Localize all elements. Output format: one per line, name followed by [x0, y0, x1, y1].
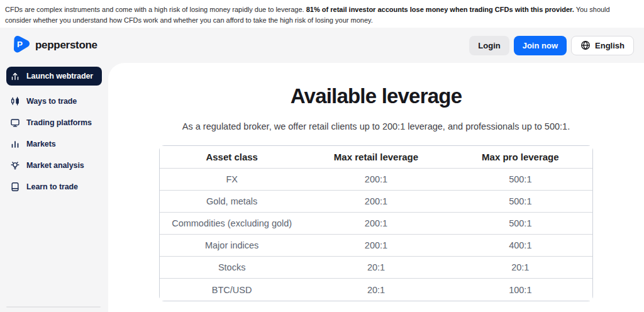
table-row: Major indices 200:1 400:1	[160, 235, 592, 257]
cell-pro-leverage: 500:1	[448, 169, 592, 191]
cell-asset-class: BTC/USD	[160, 279, 304, 301]
sidebar-nav: Launch webtrader Ways to trade	[0, 63, 108, 312]
cell-pro-leverage: 20:1	[448, 257, 592, 279]
sidebar-item-ways-to-trade[interactable]: Ways to trade	[6, 91, 102, 112]
table-row: BTC/USD 20:1 100:1	[160, 279, 592, 301]
leverage-table: Asset class Max retail leverage Max pro …	[159, 145, 593, 301]
chart-launch-icon	[10, 71, 20, 81]
cell-retail-leverage: 200:1	[304, 169, 448, 191]
page-subtitle: As a regulated broker, we offer retail c…	[108, 121, 644, 131]
cell-asset-class: Gold, metals	[160, 191, 304, 213]
cell-asset-class: Commodities (excluding gold)	[160, 213, 304, 235]
sidebar-item-label: Learn to trade	[26, 182, 78, 191]
pepperstone-logo[interactable]: P pepperstone	[11, 35, 97, 56]
sidebar-item-label: Ways to trade	[26, 97, 77, 106]
sidebar-divider	[6, 306, 101, 308]
globe-icon	[580, 40, 591, 50]
cell-retail-leverage: 200:1	[304, 191, 448, 213]
page-body: Launch webtrader Ways to trade	[0, 63, 644, 312]
sidebar-item-launch-webtrader[interactable]: Launch webtrader	[6, 67, 102, 86]
lightbulb-icon	[10, 160, 20, 170]
candlestick-icon	[10, 96, 20, 106]
svg-text:P: P	[17, 40, 23, 49]
sidebar-item-learn-to-trade[interactable]: Learn to trade	[6, 176, 102, 198]
header-actions: Login Join now English	[469, 36, 634, 55]
risk-warning-bold-text: 81% of retail investor accounts lose mon…	[306, 6, 574, 13]
table-row: Gold, metals 200:1 500:1	[160, 191, 592, 213]
cell-pro-leverage: 400:1	[448, 235, 592, 257]
main-content: Available leverage As a regulated broker…	[108, 63, 644, 312]
column-header-asset-class: Asset class	[160, 146, 304, 169]
book-icon	[10, 182, 20, 192]
language-button[interactable]: English	[571, 36, 634, 55]
cell-asset-class: Major indices	[160, 235, 304, 257]
sidebar-item-label: Markets	[26, 140, 56, 148]
language-label: English	[595, 41, 625, 50]
cell-retail-leverage: 200:1	[304, 235, 448, 257]
pepperstone-logo-icon: P	[11, 35, 30, 56]
table-row: Stocks 20:1 20:1	[160, 257, 592, 279]
cell-retail-leverage: 20:1	[304, 257, 448, 279]
sidebar-item-trading-platforms[interactable]: Trading platforms	[6, 112, 102, 133]
sidebar-item-label: Launch webtrader	[26, 72, 93, 81]
risk-warning-banner: CFDs are complex instruments and come wi…	[0, 0, 644, 28]
bar-chart-icon	[10, 139, 20, 149]
sidebar-item-markets[interactable]: Markets	[6, 133, 102, 155]
cell-pro-leverage: 500:1	[448, 213, 592, 235]
brand-name: pepperstone	[35, 39, 97, 52]
login-button[interactable]: Login	[469, 36, 509, 55]
sidebar-item-label: Trading platforms	[26, 118, 92, 127]
cell-retail-leverage: 20:1	[304, 279, 448, 301]
table-row: FX 200:1 500:1	[160, 169, 592, 191]
join-now-button[interactable]: Join now	[514, 36, 567, 55]
monitor-icon	[10, 118, 20, 128]
leverage-table-container: Asset class Max retail leverage Max pro …	[159, 145, 593, 301]
site-header: P pepperstone Login Join now English	[0, 28, 644, 63]
cell-pro-leverage: 100:1	[448, 279, 592, 301]
table-header-row: Asset class Max retail leverage Max pro …	[160, 146, 592, 169]
page-title: Available leverage	[108, 84, 644, 108]
cell-asset-class: Stocks	[160, 257, 304, 279]
cell-retail-leverage: 200:1	[304, 213, 448, 235]
sidebar-item-label: Market analysis	[26, 161, 84, 170]
column-header-max-pro-leverage: Max pro leverage	[448, 146, 592, 169]
risk-warning-text: CFDs are complex instruments and come wi…	[5, 6, 306, 13]
cell-pro-leverage: 500:1	[448, 191, 592, 213]
sidebar-item-market-analysis[interactable]: Market analysis	[6, 155, 102, 176]
cell-asset-class: FX	[160, 169, 304, 191]
column-header-max-retail-leverage: Max retail leverage	[304, 146, 448, 169]
table-row: Commodities (excluding gold) 200:1 500:1	[160, 213, 592, 235]
